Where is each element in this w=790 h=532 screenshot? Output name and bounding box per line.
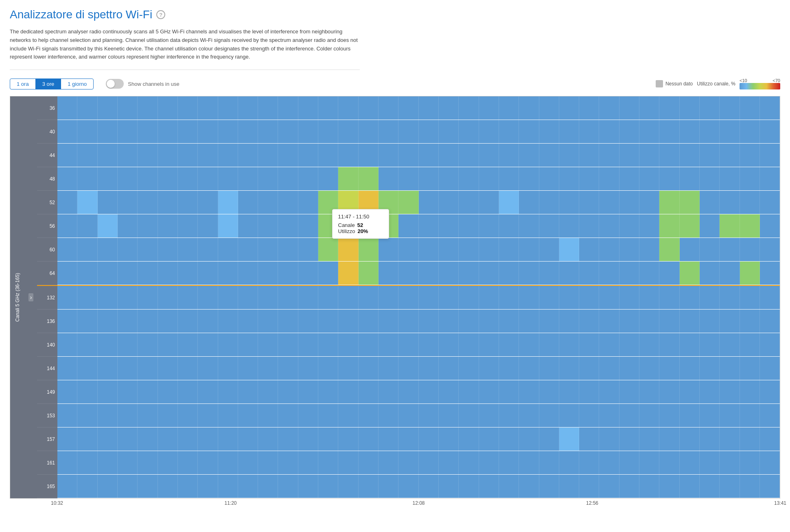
heatmap-cell[interactable] (178, 144, 198, 167)
heatmap-cell[interactable] (539, 310, 559, 333)
heatmap-cell[interactable] (439, 262, 459, 285)
heatmap-cell[interactable] (118, 96, 138, 120)
heatmap-grid[interactable]: 11:47 - 11:50 Canale 52 Utilizzo 20% (57, 96, 780, 498)
heatmap-cell[interactable] (57, 310, 77, 333)
heatmap-cell[interactable] (760, 144, 780, 167)
heatmap-cell[interactable] (238, 144, 258, 167)
heatmap-cell[interactable] (318, 310, 338, 333)
heatmap-cell[interactable] (760, 120, 780, 143)
heatmap-cell[interactable] (359, 427, 379, 451)
heatmap-cell[interactable] (379, 451, 398, 474)
heatmap-cell[interactable] (218, 167, 238, 190)
heatmap-cell[interactable] (539, 238, 559, 261)
heatmap-cell[interactable] (398, 120, 418, 143)
heatmap-cell[interactable] (459, 286, 479, 309)
heatmap-cell[interactable] (278, 238, 298, 261)
heatmap-cell[interactable] (519, 451, 539, 474)
heatmap-cell[interactable] (619, 357, 639, 380)
heatmap-cell[interactable] (639, 451, 659, 474)
heatmap-cell[interactable] (238, 427, 258, 451)
heatmap-cell[interactable] (740, 191, 760, 214)
heatmap-cell[interactable] (379, 427, 398, 451)
heatmap-cell[interactable] (379, 96, 398, 120)
heatmap-cell[interactable] (499, 191, 519, 214)
heatmap-cell[interactable] (539, 380, 559, 403)
heatmap-cell[interactable] (359, 214, 379, 238)
heatmap-cell[interactable] (57, 96, 77, 120)
heatmap-cell[interactable] (519, 214, 539, 238)
heatmap-cell[interactable] (559, 427, 579, 451)
heatmap-cell[interactable] (700, 357, 720, 380)
heatmap-cell[interactable] (639, 380, 659, 403)
heatmap-cell[interactable] (178, 262, 198, 285)
heatmap-cell[interactable] (238, 214, 258, 238)
heatmap-cell[interactable] (198, 262, 218, 285)
heatmap-cell[interactable] (720, 120, 740, 143)
heatmap-cell[interactable] (720, 380, 740, 403)
heatmap-cell[interactable] (158, 96, 178, 120)
heatmap-cell[interactable] (158, 427, 178, 451)
heatmap-cell[interactable] (359, 380, 379, 403)
heatmap-cell[interactable] (138, 238, 158, 261)
heatmap-cell[interactable] (158, 333, 178, 356)
heatmap-cell[interactable] (379, 262, 398, 285)
heatmap-cell[interactable] (740, 357, 760, 380)
heatmap-cell[interactable] (98, 310, 118, 333)
heatmap-cell[interactable] (659, 96, 679, 120)
heatmap-cell[interactable] (639, 238, 659, 261)
heatmap-cell[interactable] (278, 357, 298, 380)
heatmap-cell[interactable] (539, 120, 559, 143)
heatmap-cell[interactable] (579, 310, 599, 333)
heatmap-cell[interactable] (359, 238, 379, 261)
heatmap-cell[interactable] (740, 262, 760, 285)
heatmap-cell[interactable] (178, 191, 198, 214)
heatmap-cell[interactable] (57, 404, 77, 427)
heatmap-cell[interactable] (680, 475, 700, 498)
heatmap-cell[interactable] (158, 191, 178, 214)
heatmap-cell[interactable] (398, 404, 418, 427)
heatmap-cell[interactable] (98, 451, 118, 474)
heatmap-cell[interactable] (138, 357, 158, 380)
heatmap-cell[interactable] (77, 214, 97, 238)
heatmap-cell[interactable] (659, 427, 679, 451)
heatmap-cell[interactable] (459, 262, 479, 285)
heatmap-cell[interactable] (680, 191, 700, 214)
heatmap-cell[interactable] (278, 310, 298, 333)
heatmap-cell[interactable] (439, 404, 459, 427)
heatmap-cell[interactable] (118, 427, 138, 451)
heatmap-cell[interactable] (298, 286, 318, 309)
heatmap-cell[interactable] (298, 167, 318, 190)
heatmap-cell[interactable] (338, 96, 358, 120)
heatmap-cell[interactable] (700, 214, 720, 238)
heatmap-cell[interactable] (720, 262, 740, 285)
heatmap-cell[interactable] (459, 214, 479, 238)
heatmap-cell[interactable] (278, 96, 298, 120)
heatmap-cell[interactable] (77, 286, 97, 309)
heatmap-cell[interactable] (720, 357, 740, 380)
heatmap-cell[interactable] (559, 404, 579, 427)
heatmap-cell[interactable] (198, 286, 218, 309)
heatmap-cell[interactable] (198, 451, 218, 474)
heatmap-cell[interactable] (158, 475, 178, 498)
heatmap-cell[interactable] (258, 120, 278, 143)
heatmap-cell[interactable] (57, 262, 77, 285)
heatmap-cell[interactable] (720, 475, 740, 498)
heatmap-cell[interactable] (639, 191, 659, 214)
heatmap-cell[interactable] (318, 144, 338, 167)
heatmap-cell[interactable] (519, 238, 539, 261)
heatmap-cell[interactable] (398, 214, 418, 238)
heatmap-cell[interactable] (218, 475, 238, 498)
heatmap-cell[interactable] (680, 238, 700, 261)
heatmap-cell[interactable] (680, 451, 700, 474)
heatmap-cell[interactable] (499, 404, 519, 427)
heatmap-cell[interactable] (338, 262, 358, 285)
heatmap-cell[interactable] (138, 286, 158, 309)
heatmap-cell[interactable] (359, 96, 379, 120)
heatmap-cell[interactable] (659, 380, 679, 403)
heatmap-cell[interactable] (298, 451, 318, 474)
heatmap-cell[interactable] (499, 120, 519, 143)
heatmap-cell[interactable] (479, 380, 499, 403)
heatmap-cell[interactable] (519, 380, 539, 403)
heatmap-cell[interactable] (419, 475, 439, 498)
heatmap-cell[interactable] (278, 214, 298, 238)
